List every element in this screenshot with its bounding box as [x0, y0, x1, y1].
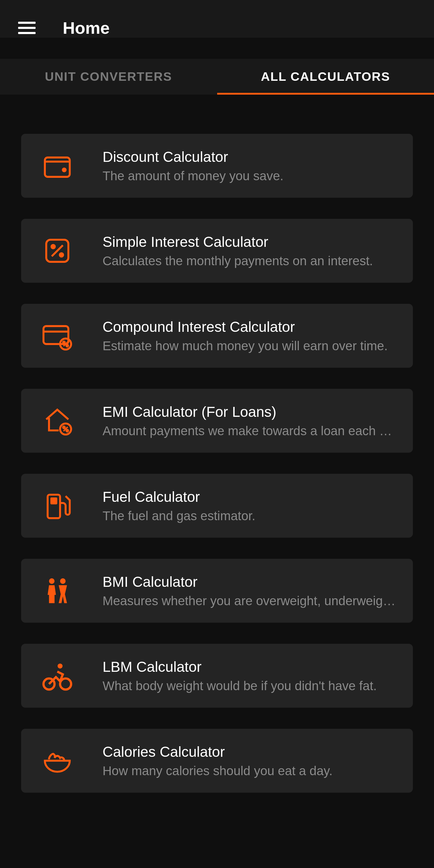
people-icon: [39, 572, 76, 609]
card-desc: Calculates the monthly payments on an in…: [103, 254, 398, 268]
card-desc: Measures whether you are overweight, und…: [103, 594, 398, 608]
app-header: Home: [0, 0, 434, 38]
svg-point-8: [66, 345, 68, 347]
card-title: Discount Calculator: [103, 149, 398, 165]
svg-point-10: [63, 427, 65, 428]
card-title: Fuel Calculator: [103, 489, 398, 505]
svg-point-17: [60, 678, 71, 689]
tab-unit-converters[interactable]: UNIT CONVERTERS: [0, 59, 217, 95]
salad-bowl-icon: [39, 743, 76, 779]
card-percent-icon: [39, 318, 76, 354]
card-title: EMI Calculator (For Loans): [103, 404, 398, 420]
wallet-icon: [39, 148, 76, 184]
house-percent-icon: [39, 403, 76, 439]
card-emi-calculator[interactable]: EMI Calculator (For Loans) Amount paymen…: [21, 389, 413, 453]
tab-all-calculators[interactable]: ALL CALCULATORS: [217, 59, 434, 95]
card-title: Simple Interest Calculator: [103, 234, 398, 250]
card-discount-calculator[interactable]: Discount Calculator The amount of money …: [21, 134, 413, 198]
percent-box-icon: [39, 233, 76, 269]
card-title: Compound Interest Calculator: [103, 318, 398, 335]
card-desc: Estimate how much money you will earn ov…: [103, 339, 398, 353]
svg-point-14: [49, 578, 55, 584]
svg-point-15: [60, 578, 65, 584]
card-title: BMI Calculator: [103, 574, 398, 590]
card-desc: The amount of money you save.: [103, 169, 398, 183]
card-compound-interest-calculator[interactable]: Compound Interest Calculator Estimate ho…: [21, 304, 413, 368]
svg-point-11: [66, 430, 68, 432]
card-desc: The fuel and gas estimator.: [103, 509, 398, 523]
card-calories-calculator[interactable]: Calories Calculator How many calories sh…: [21, 729, 413, 793]
card-bmi-calculator[interactable]: BMI Calculator Measures whether you are …: [21, 559, 413, 623]
hamburger-menu-icon[interactable]: [18, 22, 36, 34]
card-desc: How many calories should you eat a day.: [103, 764, 398, 778]
card-lbm-calculator[interactable]: LBM Calculator What body weight would be…: [21, 644, 413, 708]
card-desc: What body weight would be if you didn't …: [103, 679, 398, 693]
cyclist-icon: [39, 658, 76, 694]
card-fuel-calculator[interactable]: Fuel Calculator The fuel and gas estimat…: [21, 474, 413, 538]
svg-rect-0: [45, 158, 70, 177]
tab-bar: UNIT CONVERTERS ALL CALCULATORS: [0, 59, 434, 95]
svg-point-4: [60, 253, 63, 256]
svg-point-7: [63, 341, 65, 343]
card-title: Calories Calculator: [103, 744, 398, 760]
card-title: LBM Calculator: [103, 658, 398, 675]
card-simple-interest-calculator[interactable]: Simple Interest Calculator Calculates th…: [21, 219, 413, 283]
fuel-pump-icon: [39, 488, 76, 524]
svg-point-1: [63, 168, 65, 171]
svg-point-3: [52, 245, 55, 248]
card-desc: Amount payments we make towards a loan e…: [103, 424, 398, 438]
svg-point-18: [58, 664, 63, 669]
svg-rect-13: [50, 498, 57, 504]
calculator-list: Discount Calculator The amount of money …: [0, 95, 434, 793]
page-title: Home: [63, 18, 110, 38]
